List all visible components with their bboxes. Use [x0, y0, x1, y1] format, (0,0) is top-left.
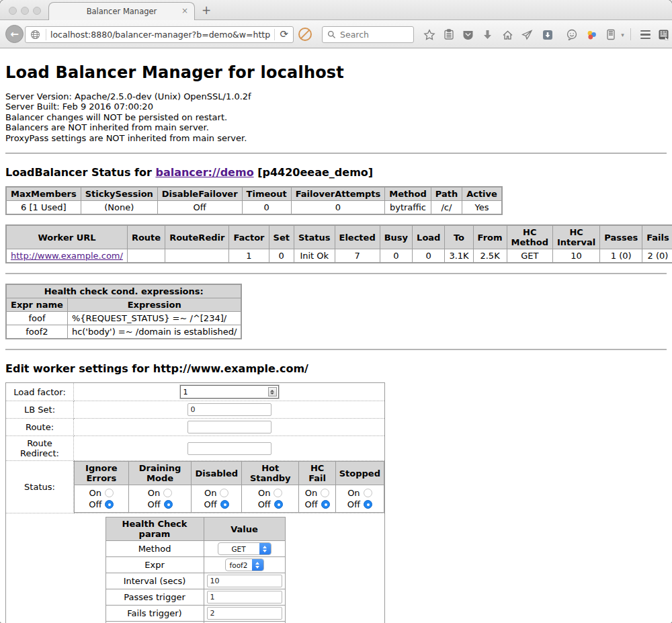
ignore-errors-on-radio[interactable] [105, 489, 114, 497]
new-tab-button[interactable]: + [202, 3, 211, 17]
column-header: Status [294, 225, 335, 249]
window-minimize-button[interactable] [21, 7, 29, 15]
hot-standby-radios: On Off [242, 485, 299, 513]
back-button[interactable]: ← [5, 25, 24, 43]
on-label: On [258, 487, 270, 499]
globe-icon [30, 30, 40, 40]
fails-input[interactable] [207, 607, 282, 620]
hc-row-expr: Expr foof2 [106, 557, 285, 573]
disabled-on-radio[interactable] [220, 489, 228, 497]
toolbar-separator [630, 28, 631, 40]
draining-mode-on-radio[interactable] [163, 489, 172, 497]
passes-cell [204, 589, 285, 606]
column-header: Stopped [335, 462, 384, 485]
cell-set: 0 [269, 249, 294, 263]
route-input[interactable] [187, 421, 271, 433]
bookmark-star-icon[interactable] [421, 27, 437, 42]
passes-input[interactable] [207, 591, 282, 604]
hot-standby-off-radio[interactable] [274, 500, 283, 509]
window-zoom-button[interactable] [33, 7, 41, 15]
page-content: Load Balancer Manager for localhost Serv… [0, 63, 672, 623]
form-row-health-check: Health Check param Value Method GET [6, 513, 385, 623]
disabled-off-radio[interactable] [220, 500, 229, 509]
column-header: Elected [335, 225, 380, 249]
heading-text: LoadBalancer Status for [5, 166, 155, 179]
on-label: On [89, 487, 101, 499]
route-label: Route: [6, 419, 74, 436]
url-input[interactable] [49, 30, 271, 40]
cell-timeout: 0 [242, 201, 291, 215]
cell-active: Yes [462, 201, 502, 215]
save-to-device-icon[interactable] [540, 27, 555, 42]
url-bar[interactable]: ⟳ [25, 26, 294, 43]
search-bar[interactable] [322, 26, 414, 43]
cell-failoverattempts: 0 [291, 201, 385, 215]
stopped-off-radio[interactable] [364, 500, 372, 509]
method-select[interactable]: GET [218, 542, 271, 555]
column-header: Worker URL [6, 225, 127, 249]
column-header: HC Interval [552, 225, 599, 249]
column-header: Ignore Errors [75, 462, 129, 485]
table-header-row: MaxMembers StickySession DisableFailover… [6, 187, 502, 201]
cell-status: Init Ok [294, 249, 335, 263]
column-header: Draining Mode [128, 462, 192, 485]
hc-fail-on-radio[interactable] [321, 489, 329, 497]
table-header-row: Health Check param Value [106, 517, 285, 541]
expr-select[interactable]: foof2 [225, 558, 264, 571]
browser-tab[interactable]: Balancer Manager × [48, 2, 195, 20]
cell-hc-interval: 10 [552, 249, 599, 263]
hc-fail-off-radio[interactable] [321, 500, 330, 509]
cell-maxmembers: 6 [1 Used] [6, 201, 81, 215]
chevron-down-icon[interactable]: ▾ [615, 27, 630, 42]
column-header: MaxMembers [6, 187, 81, 201]
column-header: Active [462, 187, 502, 201]
send-tab-icon[interactable] [519, 27, 535, 42]
health-check-param-table: Health Check param Value Method GET [106, 517, 286, 623]
disabled-radios: On Off [192, 485, 242, 513]
ignore-errors-off-radio[interactable] [105, 500, 114, 509]
pocket-icon[interactable] [460, 27, 476, 42]
window-close-button[interactable] [9, 7, 17, 15]
hc-row-passes: Passes trigger [106, 589, 285, 606]
bookmarks-list-icon[interactable] [441, 27, 456, 42]
cell-from: 2.5K [473, 249, 507, 263]
chat-icon[interactable] [564, 27, 579, 42]
cell-passes: 1 (0) [600, 249, 642, 263]
balancer-link[interactable]: balancer://demo [155, 166, 253, 179]
downloads-icon[interactable] [480, 27, 495, 42]
blocked-content-icon[interactable] [298, 28, 312, 41]
form-row-route-redirect: Route Redirect: [6, 436, 385, 461]
load-factor-input[interactable] [181, 388, 268, 397]
color-dots-icon[interactable] [584, 27, 599, 42]
route-redirect-input[interactable] [187, 442, 271, 455]
health-check-cell: Health Check param Value Method GET [6, 513, 385, 623]
menu-hamburger-icon[interactable] [638, 27, 653, 42]
apps-grid-icon[interactable] [656, 27, 671, 42]
method-label: Method [106, 541, 204, 557]
column-header: To [445, 225, 473, 249]
worker-url-link[interactable]: http://www.example.com/ [11, 251, 123, 261]
lb-set-cell [74, 401, 385, 419]
navigation-toolbar: ← ⟳ [0, 20, 672, 48]
load-factor-field [180, 385, 279, 399]
table-row: 6 [1 Used] (None) Off 0 0 bytraffic /c/ … [6, 201, 502, 215]
home-icon[interactable] [500, 27, 515, 42]
stopped-on-radio[interactable] [364, 489, 372, 497]
notice-line: ProxyPass settings are NOT inherited fro… [5, 133, 667, 143]
ignore-errors-radios: On Off [75, 485, 129, 513]
lb-set-input[interactable] [187, 403, 271, 416]
tab-close-icon[interactable]: × [181, 7, 188, 15]
number-stepper-icon[interactable] [268, 387, 277, 397]
load-factor-cell [74, 383, 385, 401]
cell-stickysession: (None) [81, 201, 157, 215]
tab-title: Balancer Manager [87, 7, 157, 16]
column-header: Set [269, 225, 294, 249]
expr-row: foof2 hc('body') =~ /domain is establish… [6, 325, 241, 339]
on-label: On [204, 487, 216, 499]
route-redirect-cell [74, 436, 385, 461]
hot-standby-on-radio[interactable] [274, 489, 282, 497]
draining-mode-off-radio[interactable] [164, 500, 173, 509]
edit-worker-heading: Edit worker settings for http://www.exam… [5, 362, 667, 375]
reload-icon[interactable]: ⟳ [280, 30, 288, 40]
interval-input[interactable] [207, 575, 282, 587]
